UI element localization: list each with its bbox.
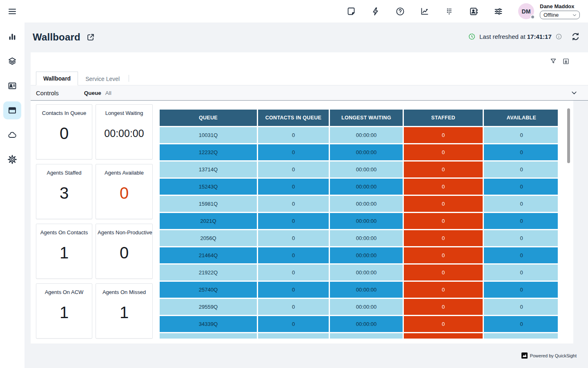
kpi-title: Agents Staffed xyxy=(38,170,90,176)
top-bar: DM Dane Maddox Offline xyxy=(0,0,588,22)
table-cell: 0 xyxy=(404,230,483,246)
last-refreshed: Last refreshed at 17:41:17 xyxy=(468,33,562,40)
table-cell: 15243Q xyxy=(160,179,257,195)
table-cell xyxy=(258,333,329,339)
quicksight-logo-icon xyxy=(521,352,528,359)
topbar-icon-group xyxy=(346,7,503,16)
queue-table-wrapper: QUEUECONTACTS IN QUEUELONGEST WAITINGSTA… xyxy=(160,110,558,339)
kpi-grid: Contacts In Queue0Longest Waiting00:00:0… xyxy=(36,104,153,339)
queue-filter-value: All xyxy=(105,90,111,96)
table-header-queue: QUEUE xyxy=(160,110,257,126)
table-cell: 0 xyxy=(404,196,483,212)
gear-icon xyxy=(7,155,17,164)
note-icon xyxy=(346,7,356,16)
table-cell: 12232Q xyxy=(160,144,257,160)
analytics-button[interactable] xyxy=(420,7,430,16)
table-cell: 0 xyxy=(258,299,329,315)
tab-divider xyxy=(129,75,129,82)
quick-actions-button[interactable] xyxy=(371,7,381,16)
table-header-available: AVAILABLE xyxy=(484,110,558,126)
sidebar-item-metrics[interactable] xyxy=(3,28,21,46)
kpi-title: Agents Available xyxy=(98,170,151,176)
table-cell: 2021Q xyxy=(160,213,257,229)
status-select-value: Offline xyxy=(543,12,559,18)
sidebar-item-dashboards[interactable] xyxy=(3,101,21,119)
dashboard-sheet: Contacts In Queue0Longest Waiting00:00:0… xyxy=(31,101,573,343)
help-button[interactable] xyxy=(395,7,405,16)
dialpad-button[interactable] xyxy=(444,7,454,16)
table-cell: 0 xyxy=(484,299,558,315)
table-cell: 00:00:00 xyxy=(330,316,403,332)
table-cell: 21464Q xyxy=(160,247,257,263)
table-cell: 0 xyxy=(404,316,483,332)
browser-window-icon xyxy=(7,105,17,115)
table-cell xyxy=(330,333,403,339)
preferences-button[interactable] xyxy=(493,7,503,16)
table-cell: 00:00:00 xyxy=(330,162,403,177)
tab-bar: WallboardService Level xyxy=(31,72,588,85)
info-icon[interactable] xyxy=(555,33,562,40)
table-cell: 00:00:00 xyxy=(330,265,403,280)
table-cell: 29559Q xyxy=(160,299,257,315)
table-cell xyxy=(484,333,558,339)
user-box: Dane Maddox Offline xyxy=(540,3,580,19)
avatar[interactable]: DM xyxy=(518,3,534,19)
table-cell xyxy=(404,333,483,339)
controls-bar: Controls Queue All xyxy=(31,85,588,101)
table-cell: 0 xyxy=(258,247,329,263)
export-icon[interactable] xyxy=(562,58,570,65)
kpi-value: 0 xyxy=(96,244,152,262)
bar-chart-icon xyxy=(7,32,17,42)
chevron-down-icon xyxy=(572,13,577,18)
table-cell: 0 xyxy=(404,247,483,263)
table-cell: 0 xyxy=(484,265,558,280)
status-select[interactable]: Offline xyxy=(540,11,580,19)
table-cell: 0 xyxy=(258,213,329,229)
table-cell: 0 xyxy=(404,265,483,280)
table-cell: 00:00:00 xyxy=(330,299,403,315)
sliders-icon xyxy=(493,7,503,16)
hamburger-menu-icon[interactable] xyxy=(7,7,17,16)
last-refreshed-label: Last refreshed at xyxy=(479,33,526,40)
table-cell: 0 xyxy=(484,127,558,143)
layers-icon xyxy=(7,56,17,66)
directory-button[interactable] xyxy=(469,7,479,16)
kpi-title: Agents On Missed xyxy=(98,289,151,295)
table-cell: 00:00:00 xyxy=(330,230,403,246)
table-cell: 0 xyxy=(258,230,329,246)
queue-filter[interactable]: Queue All xyxy=(84,90,111,96)
address-book-icon xyxy=(469,7,479,16)
table-cell: 10031Q xyxy=(160,127,257,143)
kpi-card-agents-staffed: Agents Staffed3 xyxy=(36,164,92,219)
external-link-icon[interactable] xyxy=(86,33,95,42)
table-scrollbar[interactable] xyxy=(567,108,570,163)
table-cell: 00:00:00 xyxy=(330,144,403,160)
table-cell: 0 xyxy=(404,162,483,177)
table-cell: 0 xyxy=(484,247,558,263)
table-cell: 0 xyxy=(484,144,558,160)
sidebar-item-cloud[interactable] xyxy=(3,126,21,144)
notes-button[interactable] xyxy=(346,7,356,16)
queue-table: QUEUECONTACTS IN QUEUELONGEST WAITINGSTA… xyxy=(160,110,558,339)
help-circle-icon xyxy=(395,7,405,16)
timer-icon xyxy=(468,33,476,40)
kpi-card-longest-waiting: Longest Waiting00:00:00 xyxy=(96,104,153,159)
sidebar-item-settings[interactable] xyxy=(3,150,21,168)
sidebar-item-flows[interactable] xyxy=(3,52,21,70)
tab-wallboard[interactable]: Wallboard xyxy=(36,72,78,85)
sidebar-item-contacts[interactable] xyxy=(3,77,21,95)
refresh-icon[interactable] xyxy=(571,32,580,41)
table-cell: 0 xyxy=(258,162,329,177)
filter-icon[interactable] xyxy=(550,58,557,65)
table-cell: 13714Q xyxy=(160,162,257,177)
kpi-card-agents-on-acw: Agents On ACW1 xyxy=(36,283,92,339)
table-cell: 21922Q xyxy=(160,265,257,280)
tab-service-level[interactable]: Service Level xyxy=(78,72,127,85)
kpi-value: 3 xyxy=(36,184,92,202)
controls-collapse-chevron-icon[interactable] xyxy=(570,89,578,96)
kpi-value: 0 xyxy=(36,124,92,143)
table-cell: 0 xyxy=(484,282,558,298)
main-area: Wallboard Last refreshed at 17:41:17 Wal… xyxy=(24,22,588,368)
user-name: Dane Maddox xyxy=(540,3,580,9)
quicksight-footer-label: Powered by QuickSight xyxy=(530,353,577,358)
